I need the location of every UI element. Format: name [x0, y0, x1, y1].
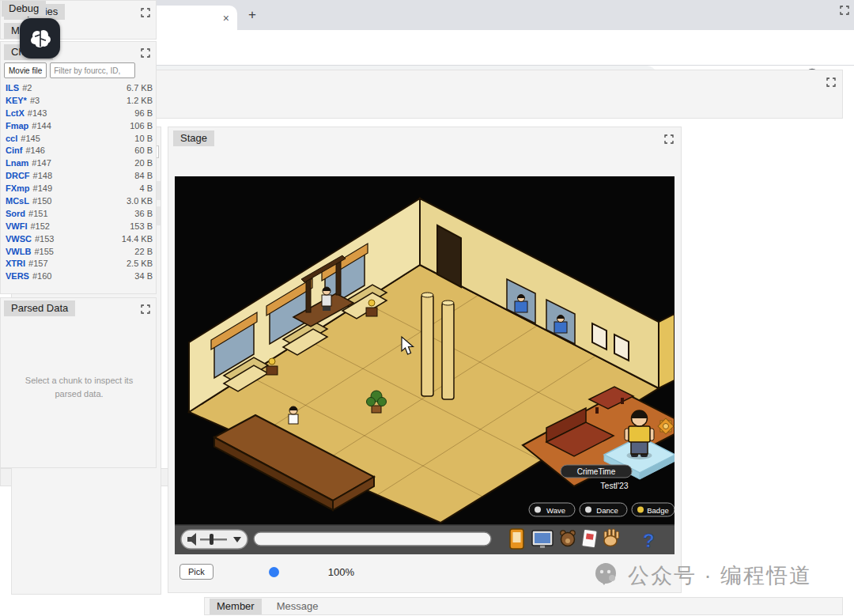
expand-debug-icon[interactable] — [840, 4, 849, 13]
chunk-fourcc: KEY* — [6, 96, 27, 105]
chunk-row[interactable]: Lnam #147 20 B — [6, 158, 153, 171]
chunk-row[interactable]: VWSC #153 14.4 KB — [6, 234, 153, 247]
chunk-id: #155 — [34, 247, 53, 256]
chunk-fourcc: VERS — [6, 271, 29, 281]
chunk-row[interactable]: MCsL #150 3.0 KB — [6, 196, 153, 209]
chunk-fourcc: MCsL — [6, 196, 29, 206]
badge-button[interactable]: Badge — [632, 503, 675, 516]
chat-input-bar[interactable] — [254, 532, 491, 546]
chunk-row[interactable]: VERS #160 34 B — [6, 271, 153, 284]
chunk-id: #148 — [33, 171, 52, 180]
stage-panel-title: Stage — [173, 130, 214, 146]
chunk-row[interactable]: KEY* #3 1.2 KB — [6, 96, 153, 108]
chunk-size: 96 B — [134, 108, 153, 118]
bottom-tabs: Member Message — [204, 597, 843, 615]
chunk-row[interactable]: FXmp #149 4 B — [6, 183, 153, 196]
chunk-fourcc: Cinf — [6, 145, 22, 155]
chunk-size: 84 B — [134, 171, 153, 180]
chunk-id: #144 — [32, 121, 51, 130]
chunk-row[interactable]: LctX #143 96 B — [6, 108, 153, 121]
wave-button[interactable]: Wave — [529, 503, 575, 516]
chunk-fourcc: VWFI — [6, 221, 28, 231]
chunk-fourcc: Sord — [6, 209, 25, 218]
chunk-filter-input[interactable] — [50, 62, 135, 78]
expand-chunks-icon[interactable] — [141, 47, 150, 56]
chunk-row[interactable]: Sord #151 36 B — [6, 209, 153, 221]
chunk-fourcc: Fmap — [6, 121, 28, 130]
expand-parsed-data-icon[interactable] — [141, 303, 150, 312]
chunk-row[interactable]: DRCF #148 84 B — [6, 171, 153, 183]
tab-close-icon[interactable]: × — [223, 13, 229, 24]
chunk-list: ILS #2 6.7 KB KEY* #3 1.2 KB LctX #143 9… — [6, 83, 153, 284]
svg-text:Wave: Wave — [546, 506, 565, 515]
tv-icon[interactable] — [532, 531, 553, 548]
chunk-fourcc: DRCF — [6, 171, 30, 180]
chunk-fourcc: FXmp — [6, 183, 30, 193]
chunk-id: #150 — [32, 196, 51, 206]
game-action-buttons: Wave Dance Badge — [529, 503, 675, 516]
expand-stage-icon[interactable] — [664, 133, 674, 142]
chunk-fourcc: XTRI — [6, 259, 25, 268]
chunk-id: #149 — [33, 183, 52, 193]
chunk-size: 36 B — [134, 209, 153, 218]
card-icon[interactable] — [582, 529, 598, 548]
movie-file-dropdown[interactable]: Movie file — [4, 62, 47, 78]
chunk-size: 1.2 KB — [127, 96, 153, 105]
chunk-size: 14.4 KB — [122, 234, 153, 244]
chunk-id: #145 — [21, 134, 40, 143]
chunk-fourcc: LctX — [6, 108, 25, 118]
new-tab-button[interactable]: + — [248, 7, 256, 23]
stage-panel: Stage — [168, 127, 682, 593]
help-icon[interactable]: ? — [643, 530, 655, 551]
chunk-size: 6.7 KB — [127, 83, 153, 93]
watermark: 公众号 · 编程悟道 — [591, 560, 812, 591]
chunk-row[interactable]: VWFI #152 153 B — [6, 221, 153, 234]
teddy-bear-icon[interactable] — [561, 531, 575, 546]
chunk-size: 4 B — [139, 183, 153, 193]
chunk-id: #153 — [35, 234, 54, 244]
game-toolbar: ? — [175, 524, 675, 554]
tab-message[interactable]: Message — [271, 599, 324, 614]
chunk-size: 10 B — [134, 134, 153, 143]
watermark-text: 公众号 · 编程悟道 — [628, 561, 812, 590]
stage-game-scene[interactable]: CrimeTime Testl'23 Wave Dance Badge — [175, 176, 675, 554]
chunk-id: #151 — [28, 209, 47, 218]
room-name-label: CrimeTime — [577, 467, 616, 476]
chunk-row[interactable]: ILS #2 6.7 KB — [6, 83, 153, 96]
player-name-label: Testl'23 — [600, 481, 628, 490]
chunk-size: 153 B — [130, 221, 153, 231]
volume-control[interactable] — [181, 530, 248, 549]
chunk-fourcc: VWLB — [6, 247, 31, 256]
dance-button[interactable]: Dance — [580, 503, 627, 516]
chunk-size: 34 B — [134, 271, 153, 281]
tab-member[interactable]: Member — [210, 599, 262, 614]
parsed-data-panel: Parsed Data Select a chunk to inspect it… — [0, 297, 157, 468]
pick-button[interactable]: Pick — [179, 564, 214, 580]
chunk-fourcc: ccl — [6, 134, 17, 143]
chunk-id: #143 — [28, 108, 47, 118]
chunk-size: 60 B — [134, 145, 153, 155]
expand-properties-icon[interactable] — [141, 6, 150, 16]
chunk-size: 22 B — [134, 247, 153, 256]
chunk-row[interactable]: XTRI #157 2.5 KB — [6, 259, 153, 271]
color-swatch[interactable] — [269, 567, 279, 577]
chunk-id: #3 — [30, 96, 40, 105]
chunk-row[interactable]: Cinf #146 60 B — [6, 145, 153, 158]
debug-title: Debug — [2, 1, 46, 17]
chunk-row[interactable]: VWLB #155 22 B — [6, 247, 153, 259]
svg-text:Badge: Badge — [647, 506, 668, 515]
chunk-row[interactable]: Fmap #144 106 B — [6, 121, 153, 134]
console-icon[interactable] — [510, 529, 523, 549]
expand-playback-icon[interactable] — [826, 76, 836, 85]
zoom-level: 100% — [328, 566, 354, 578]
chunks-panel: Chunks Movie file ILS #2 6.7 KB KEY* #3 … — [0, 41, 157, 294]
chunk-row[interactable]: ccl #145 10 B — [6, 134, 153, 146]
right-column: Properties Movie Chunks Movie file ILS #… — [0, 0, 157, 468]
chunk-fourcc: ILS — [6, 83, 19, 93]
parsed-data-empty-message: Select a chunk to inspect its parsed dat… — [20, 374, 138, 400]
chunk-id: #157 — [28, 259, 47, 268]
brain-logo-badge[interactable] — [20, 18, 60, 59]
chunk-size: 20 B — [134, 158, 153, 168]
chunk-id: #152 — [31, 221, 50, 231]
chunk-id: #160 — [32, 271, 51, 281]
